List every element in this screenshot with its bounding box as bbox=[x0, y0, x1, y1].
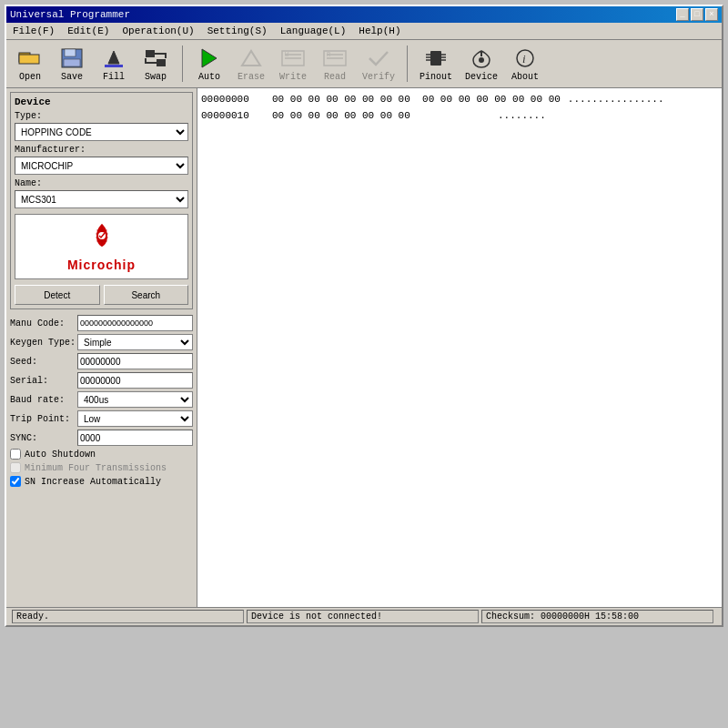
left-panel: Device Type: HOPPING CODE FIXED CODE REM… bbox=[6, 88, 197, 607]
detect-button[interactable]: Detect bbox=[15, 285, 100, 305]
device-button[interactable]: Device bbox=[461, 44, 501, 84]
fill-label: Fill bbox=[103, 72, 125, 82]
write-icon: W bbox=[278, 46, 308, 71]
auto-shutdown-checkbox[interactable] bbox=[10, 449, 21, 460]
menu-language[interactable]: Language(L) bbox=[278, 25, 349, 37]
menu-help[interactable]: Help(H) bbox=[356, 25, 403, 37]
hex-ascii-0: ................ bbox=[568, 92, 664, 106]
pinout-button[interactable]: Pinout bbox=[416, 44, 456, 84]
search-button[interactable]: Search bbox=[104, 285, 189, 305]
verify-label: Verify bbox=[362, 72, 395, 82]
svg-rect-1 bbox=[19, 55, 39, 64]
sync-input[interactable] bbox=[77, 430, 193, 446]
sync-row: SYNC: bbox=[10, 430, 193, 446]
type-select[interactable]: HOPPING CODE FIXED CODE REMOTE bbox=[15, 123, 188, 141]
sn-increase-checkbox[interactable] bbox=[10, 476, 21, 487]
menu-file[interactable]: File(F) bbox=[10, 25, 57, 37]
verify-button[interactable]: Verify bbox=[359, 44, 399, 84]
manufacturer-select[interactable]: MICROCHIP ATMEL NXP bbox=[15, 157, 188, 175]
serial-label: Serial: bbox=[10, 376, 77, 386]
status-bar: Ready. Device is not connected! Checksum… bbox=[6, 607, 722, 625]
maximize-button[interactable]: □ bbox=[691, 8, 703, 21]
svg-rect-6 bbox=[146, 50, 155, 57]
save-label: Save bbox=[61, 72, 83, 82]
main-window: Universal Programmer _ □ × File(F) Edit(… bbox=[5, 5, 723, 627]
properties-section: Manu Code: Keygen Type: Simple Advanced … bbox=[10, 315, 193, 487]
svg-rect-5 bbox=[105, 65, 123, 67]
hex-bytes-0: 00 00 00 00 00 00 00 00 00 00 00 00 00 0… bbox=[272, 92, 561, 106]
manufacturer-label: Manufacturer: bbox=[15, 145, 188, 155]
manu-code-row: Manu Code: bbox=[10, 315, 193, 331]
svg-rect-3 bbox=[65, 49, 76, 56]
erase-button[interactable]: Erase bbox=[233, 44, 269, 84]
min-four-row: Minimum Four Transmissions bbox=[10, 462, 193, 473]
minimize-button[interactable]: _ bbox=[676, 8, 689, 21]
read-button[interactable]: R Read bbox=[317, 44, 353, 84]
seed-input[interactable] bbox=[77, 353, 193, 369]
svg-text:i: i bbox=[522, 52, 526, 66]
min-four-checkbox[interactable] bbox=[10, 462, 21, 473]
hex-ascii-1: ........ bbox=[498, 108, 546, 123]
menu-edit[interactable]: Edit(E) bbox=[65, 25, 112, 37]
hex-row-1: 00000010 00 00 00 00 00 00 00 00 .......… bbox=[201, 108, 718, 123]
auto-label: Auto bbox=[198, 72, 220, 82]
open-label: Open bbox=[19, 72, 41, 82]
manu-code-input[interactable] bbox=[77, 315, 193, 331]
name-select[interactable]: MCS301 MCS302 MCS303 bbox=[15, 190, 188, 208]
close-button[interactable]: × bbox=[705, 8, 718, 21]
seed-row: Seed: bbox=[10, 353, 193, 369]
toolbar-sep-1 bbox=[182, 46, 183, 82]
keygen-type-select[interactable]: Simple Advanced bbox=[77, 334, 193, 350]
device-label: Device bbox=[465, 72, 498, 82]
baud-rate-select[interactable]: 400us 200us 800us bbox=[77, 391, 193, 408]
seed-label: Seed: bbox=[10, 357, 77, 367]
hex-row-0: 00000000 00 00 00 00 00 00 00 00 00 00 0… bbox=[201, 92, 718, 106]
swap-icon bbox=[141, 46, 170, 71]
microchip-logo-icon bbox=[86, 221, 118, 254]
swap-button[interactable]: Swap bbox=[137, 44, 174, 84]
fill-button[interactable]: Fill bbox=[96, 44, 132, 84]
keygen-type-row: Keygen Type: Simple Advanced bbox=[10, 334, 193, 350]
microchip-logo: Microchip bbox=[67, 221, 136, 272]
serial-input[interactable] bbox=[77, 372, 193, 389]
open-button[interactable]: Open bbox=[12, 44, 48, 84]
menu-setting[interactable]: Setting(S) bbox=[205, 25, 270, 37]
baud-rate-row: Baud rate: 400us 200us 800us bbox=[10, 391, 193, 408]
svg-rect-18 bbox=[430, 51, 441, 66]
name-label: Name: bbox=[15, 178, 188, 188]
about-button[interactable]: i About bbox=[507, 44, 543, 84]
swap-label: Swap bbox=[145, 72, 167, 82]
save-button[interactable]: Save bbox=[54, 44, 90, 84]
trip-point-row: Trip Point: Low High Medium bbox=[10, 410, 193, 427]
svg-point-26 bbox=[479, 57, 484, 63]
device-group: Device Type: HOPPING CODE FIXED CODE REM… bbox=[10, 92, 193, 309]
open-icon bbox=[15, 46, 45, 71]
write-button[interactable]: W Write bbox=[275, 44, 311, 84]
baud-rate-label: Baud rate: bbox=[10, 395, 77, 405]
logo-area: Microchip bbox=[15, 214, 188, 279]
auto-shutdown-label: Auto Shutdown bbox=[25, 450, 96, 460]
hex-addr-1: 00000010 bbox=[201, 108, 265, 123]
microchip-name: Microchip bbox=[67, 258, 136, 272]
verify-icon bbox=[364, 46, 393, 71]
menu-operation[interactable]: Operation(U) bbox=[119, 25, 197, 37]
hex-bytes-1: 00 00 00 00 00 00 00 00 bbox=[272, 108, 490, 123]
erase-label: Erase bbox=[238, 72, 265, 82]
status-ready: Ready. bbox=[12, 610, 244, 623]
fill-icon bbox=[99, 46, 128, 71]
trip-point-select[interactable]: Low High Medium bbox=[77, 410, 193, 427]
manu-code-label: Manu Code: bbox=[10, 318, 77, 329]
auto-button[interactable]: Auto bbox=[191, 44, 228, 84]
sn-increase-row: SN Increase Automatically bbox=[10, 476, 193, 487]
sync-label: SYNC: bbox=[10, 433, 77, 443]
svg-rect-4 bbox=[64, 59, 80, 66]
main-content: Device Type: HOPPING CODE FIXED CODE REM… bbox=[6, 88, 722, 607]
sn-increase-label: SN Increase Automatically bbox=[25, 477, 161, 487]
pinout-icon bbox=[421, 46, 450, 71]
toolbar-sep-2 bbox=[407, 46, 408, 82]
toolbar: Open Save Fill bbox=[6, 40, 722, 88]
window-title: Universal Programmer bbox=[10, 9, 130, 20]
status-device: Device is not connected! bbox=[247, 610, 479, 623]
svg-rect-7 bbox=[157, 59, 166, 66]
right-panel: 00000000 00 00 00 00 00 00 00 00 00 00 0… bbox=[197, 88, 722, 607]
